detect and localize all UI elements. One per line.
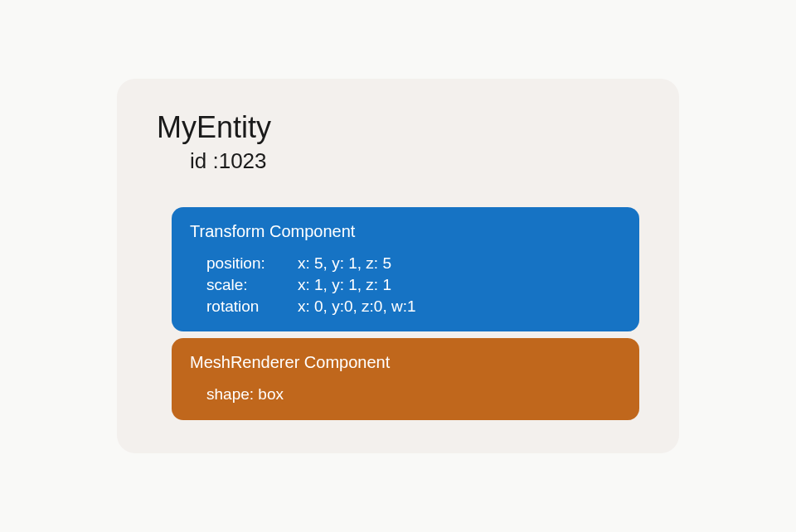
transform-component: Transform Component position: x: 5, y: 1… xyxy=(172,207,639,331)
transform-rotation-row: rotation x: 0, y:0, z:0, w:1 xyxy=(206,296,623,317)
entity-id-label: id : xyxy=(190,148,219,173)
meshrenderer-props: shape: box xyxy=(190,384,623,405)
meshrenderer-component-title: MeshRenderer Component xyxy=(190,353,623,372)
transform-rotation-value: x: 0, y:0, z:0, w:1 xyxy=(298,296,416,317)
transform-scale-label: scale: xyxy=(206,274,298,296)
entity-id: id :1023 xyxy=(190,148,639,174)
entity-name: MyEntity xyxy=(157,110,639,145)
transform-position-value: x: 5, y: 1, z: 5 xyxy=(298,253,391,274)
components-container: Transform Component position: x: 5, y: 1… xyxy=(172,207,639,420)
transform-scale-value: x: 1, y: 1, z: 1 xyxy=(298,274,391,296)
transform-position-row: position: x: 5, y: 1, z: 5 xyxy=(206,253,623,274)
transform-props: position: x: 5, y: 1, z: 5 scale: x: 1, … xyxy=(190,253,623,317)
entity-card: MyEntity id :1023 Transform Component po… xyxy=(117,79,679,453)
transform-position-label: position: xyxy=(206,253,298,274)
transform-scale-row: scale: x: 1, y: 1, z: 1 xyxy=(206,274,623,296)
entity-id-value: 1023 xyxy=(219,148,267,173)
transform-component-title: Transform Component xyxy=(190,222,623,241)
meshrenderer-shape-label: shape: box xyxy=(206,384,284,405)
transform-rotation-label: rotation xyxy=(206,296,298,317)
meshrenderer-shape-row: shape: box xyxy=(206,384,623,405)
meshrenderer-component: MeshRenderer Component shape: box xyxy=(172,338,639,420)
